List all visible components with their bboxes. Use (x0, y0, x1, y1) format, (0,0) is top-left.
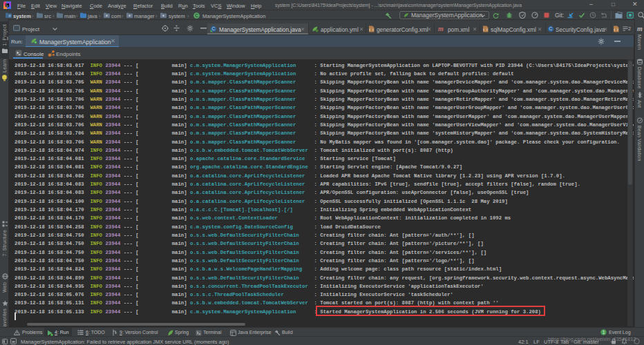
svg-text:C: C (549, 26, 553, 31)
svg-text:1: 1 (603, 330, 605, 335)
svg-text:C: C (195, 13, 198, 18)
svg-text:C: C (212, 26, 216, 31)
